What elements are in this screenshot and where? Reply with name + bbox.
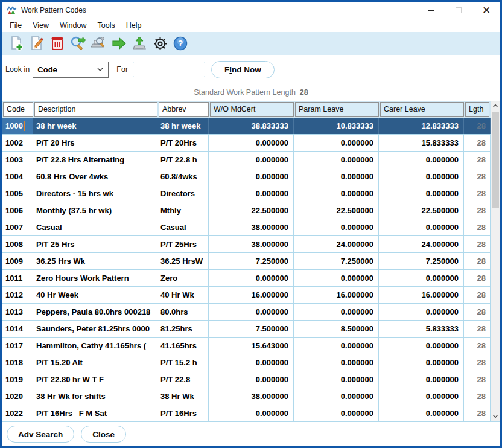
cell-abbrev[interactable]: 40 Hr Wk (157, 287, 209, 303)
cell-param-leave[interactable]: 0.000000 (294, 185, 379, 202)
header-wo-mdcert[interactable]: W/O MdCert (210, 102, 294, 117)
menu-view[interactable]: View (27, 20, 54, 31)
cell-description[interactable]: Saunders, Peter 81.25hrs 0000 (33, 321, 157, 337)
cell-code[interactable]: 1018 (2, 354, 33, 371)
vertical-scrollbar[interactable] (491, 101, 500, 421)
cell-carer-leave[interactable]: 22.500000 (379, 202, 464, 219)
cell-param-leave[interactable]: 0.000000 (294, 304, 379, 320)
minimize-button[interactable] (417, 2, 445, 19)
cell-code[interactable]: 1000 (2, 118, 33, 134)
cell-lgth[interactable]: 28 (464, 354, 491, 371)
edit-record-button[interactable] (27, 34, 47, 53)
cell-abbrev[interactable]: P/T 25Hrs (157, 236, 209, 252)
cell-lgth[interactable]: 28 (464, 388, 491, 405)
scrollbar-thumb[interactable] (492, 112, 499, 208)
cell-carer-leave[interactable]: 0.000000 (379, 168, 464, 185)
cell-description[interactable]: P/T 15.20 Alt (33, 354, 157, 371)
cell-param-leave[interactable]: 10.833333 (294, 118, 379, 134)
cell-wo-mdcert[interactable]: 0.000000 (209, 354, 294, 371)
table-row[interactable]: 1018 P/T 15.20 Alt P/T 15.2 h 0.000000 0… (2, 354, 491, 371)
cell-wo-mdcert[interactable]: 0.000000 (209, 168, 294, 185)
cell-param-leave[interactable]: 16.000000 (294, 287, 379, 303)
cell-param-leave[interactable]: 0.000000 (294, 388, 379, 405)
cell-wo-mdcert[interactable]: 0.000000 (209, 405, 294, 421)
cell-carer-leave[interactable]: 7.250000 (379, 253, 464, 269)
cell-param-leave[interactable]: 22.500000 (294, 202, 379, 219)
new-record-button[interactable] (6, 34, 27, 53)
cell-description[interactable]: 40 Hr Week (33, 287, 157, 303)
delete-record-button[interactable] (47, 34, 68, 53)
cell-param-leave[interactable]: 0.000000 (294, 270, 379, 286)
export-button[interactable] (129, 34, 150, 53)
cell-param-leave[interactable]: 24.000000 (294, 236, 379, 252)
cell-carer-leave[interactable]: 0.000000 (379, 354, 464, 371)
cell-carer-leave[interactable]: 0.000000 (379, 270, 464, 286)
adv-search-button[interactable]: Adv Search (7, 426, 74, 443)
table-row[interactable]: 1022 P/T 16Hrs F M Sat P/T 16Hrs 0.00000… (2, 405, 491, 421)
help-button[interactable]: ? (170, 34, 191, 53)
table-row[interactable]: 1009 36.25 Hrs Wk 36.25 HrsW 7.250000 7.… (2, 253, 491, 270)
cell-abbrev[interactable]: P/T 16Hrs (157, 405, 209, 421)
cell-abbrev[interactable]: Mthly (157, 202, 209, 219)
cell-param-leave[interactable]: 0.000000 (294, 405, 379, 421)
table-row[interactable]: 1000 38 hr week 38 hr week 38.833333 10.… (2, 118, 491, 135)
cell-lgth[interactable]: 28 (464, 321, 491, 337)
cell-carer-leave[interactable]: 5.833333 (379, 321, 464, 337)
cell-code[interactable]: 1017 (2, 338, 33, 354)
cell-code[interactable]: 1012 (2, 287, 33, 303)
table-row[interactable]: 1013 Peppers, Paula 80.0hrs 000218 80.0h… (2, 304, 491, 321)
table-row[interactable]: 1008 P/T 25 Hrs P/T 25Hrs 38.000000 24.0… (2, 236, 491, 253)
close-button[interactable]: ✕ (472, 2, 500, 19)
cell-code[interactable]: 1011 (2, 270, 33, 286)
cell-param-leave[interactable]: 0.000000 (294, 152, 379, 168)
table-row[interactable]: 1020 38 Hr Wk for shifts 38 Hr Wk 38.000… (2, 388, 491, 405)
scrollbar-track[interactable] (491, 111, 500, 411)
cell-wo-mdcert[interactable]: 38.000000 (209, 388, 294, 405)
cell-carer-leave[interactable]: 0.000000 (379, 371, 464, 388)
cell-abbrev[interactable]: P/T 20Hrs (157, 135, 209, 151)
cell-lgth[interactable]: 28 (464, 253, 491, 269)
menu-help[interactable]: Help (121, 20, 147, 31)
cell-description[interactable]: Directors - 15 hrs wk (33, 185, 157, 202)
cell-description[interactable]: 38 Hr Wk for shifts (33, 388, 157, 405)
find-button[interactable] (68, 34, 88, 53)
cell-wo-mdcert[interactable]: 0.000000 (209, 135, 294, 151)
cell-wo-mdcert[interactable]: 16.000000 (209, 287, 294, 303)
table-row[interactable]: 1006 Monthly (37.5 hr wk) Mthly 22.50000… (2, 202, 491, 219)
cell-code[interactable]: 1006 (2, 202, 33, 219)
cell-lgth[interactable]: 28 (464, 236, 491, 252)
cell-description[interactable]: P/T 25 Hrs (33, 236, 157, 252)
cell-code[interactable]: 1007 (2, 219, 33, 235)
header-description[interactable]: Description (34, 102, 157, 117)
cell-param-leave[interactable]: 0.000000 (294, 354, 379, 371)
cell-lgth[interactable]: 28 (464, 168, 491, 185)
header-carer-leave[interactable]: Carer Leave (380, 102, 464, 117)
cell-param-leave[interactable]: 0.000000 (294, 338, 379, 354)
cell-wo-mdcert[interactable]: 38.833333 (209, 118, 294, 134)
cell-code[interactable]: 1013 (2, 304, 33, 320)
cell-description[interactable]: P/T 20 Hrs (33, 135, 157, 151)
go-next-button[interactable] (109, 34, 129, 53)
cell-abbrev[interactable]: 41.165hrs (157, 338, 209, 354)
cell-carer-leave[interactable]: 0.000000 (379, 338, 464, 354)
cell-abbrev[interactable]: P/T 22.8 (157, 371, 209, 388)
cell-lgth[interactable]: 28 (464, 135, 491, 151)
cell-carer-leave[interactable]: 24.000000 (379, 236, 464, 252)
cell-lgth[interactable]: 28 (464, 118, 491, 134)
cell-code[interactable]: 1020 (2, 388, 33, 405)
cell-wo-mdcert[interactable]: 38.000000 (209, 236, 294, 252)
cell-lgth[interactable]: 28 (464, 152, 491, 168)
cell-lgth[interactable]: 28 (464, 287, 491, 303)
cell-param-leave[interactable]: 0.000000 (294, 135, 379, 151)
cell-description[interactable]: Casual (33, 219, 157, 235)
cell-description[interactable]: Zero Hours Work Pattern (33, 270, 157, 286)
cell-code[interactable]: 1019 (2, 371, 33, 388)
header-param-leave[interactable]: Param Leave (295, 102, 379, 117)
advanced-find-button[interactable] (88, 34, 109, 53)
cell-description[interactable]: Hammilton, Cathy 41.165hrs ( (33, 338, 157, 354)
header-code[interactable]: Code (3, 102, 33, 117)
close-window-button[interactable]: Close (81, 426, 126, 443)
cell-param-leave[interactable]: 0.000000 (294, 371, 379, 388)
cell-lgth[interactable]: 28 (464, 338, 491, 354)
cell-wo-mdcert[interactable]: 22.500000 (209, 202, 294, 219)
